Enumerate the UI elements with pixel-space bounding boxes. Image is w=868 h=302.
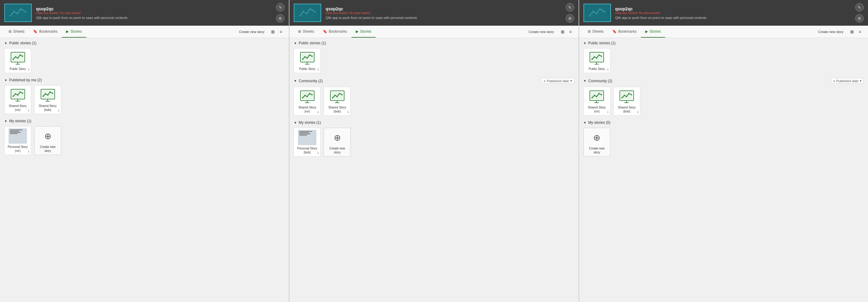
- tab-stories[interactable]: ▶Stories: [351, 26, 376, 38]
- svg-rect-52: [301, 53, 313, 61]
- svg-point-75: [341, 94, 343, 95]
- story-card[interactable]: Shared Story (rvr) ℹ: [4, 85, 31, 114]
- view-toggle: ⊞ ≡: [848, 28, 864, 35]
- svg-point-93: [594, 56, 595, 57]
- section-chevron[interactable]: ▼: [584, 79, 587, 83]
- settings-button[interactable]: ⚙: [276, 14, 284, 23]
- settings-button[interactable]: ⚙: [855, 14, 864, 23]
- card-info-icon[interactable]: ℹ: [28, 150, 29, 153]
- app-desc: Qlik app to push from on prem to saas wi…: [36, 16, 276, 20]
- story-card[interactable]: ⊕ Create new story: [324, 128, 350, 156]
- tab-stories[interactable]: ▶Stories: [641, 26, 665, 38]
- story-thumbnail: [588, 89, 606, 104]
- section-chevron[interactable]: ▼: [294, 79, 297, 83]
- grid-view-button[interactable]: ⊞: [269, 28, 277, 35]
- cards-grid: Public Story ℹ: [584, 48, 864, 73]
- app-actions: ✎ ⚙: [855, 3, 864, 23]
- card-info-icon[interactable]: ℹ: [28, 68, 29, 71]
- story-card[interactable]: Personal Story (bob) ℹ: [294, 128, 320, 156]
- svg-point-46: [300, 16, 301, 17]
- section-chevron[interactable]: ▼: [584, 41, 587, 45]
- card-info-icon[interactable]: ℹ: [607, 110, 609, 114]
- section-chevron[interactable]: ▼: [4, 79, 7, 82]
- story-card[interactable]: Shared Story (bob) ℹ: [34, 85, 61, 114]
- tab-label-bookmarks: Bookmarks: [618, 29, 637, 34]
- sort-button[interactable]: ≡ Published date ▾: [831, 78, 864, 84]
- list-view-button[interactable]: ≡: [277, 28, 284, 35]
- svg-point-74: [339, 93, 340, 94]
- settings-button[interactable]: ⚙: [566, 14, 574, 23]
- svg-point-72: [334, 95, 336, 96]
- card-label: Public Story: [586, 67, 608, 71]
- app-header: qsop2qc Data last loaded: No data loaded…: [579, 0, 868, 26]
- svg-rect-61: [301, 92, 313, 100]
- svg-point-9: [17, 13, 18, 14]
- list-view-button[interactable]: ≡: [857, 28, 864, 35]
- card-label: Personal Story (rvr): [6, 145, 29, 153]
- card-label: Personal Story (bob): [296, 146, 318, 154]
- story-card[interactable]: Shared Story (bob) ℹ: [324, 87, 350, 116]
- card-info-icon[interactable]: ℹ: [58, 109, 59, 112]
- card-info-icon[interactable]: ℹ: [607, 68, 609, 71]
- svg-point-113: [628, 93, 630, 94]
- app-actions: ✎ ⚙: [566, 3, 574, 23]
- story-card[interactable]: Public Story ℹ: [584, 48, 610, 73]
- svg-point-33: [45, 93, 46, 94]
- edit-button[interactable]: ✎: [276, 3, 284, 11]
- card-info-icon[interactable]: ℹ: [347, 110, 349, 114]
- card-info-icon[interactable]: ℹ: [317, 151, 319, 155]
- tab-bookmarks[interactable]: 🔖Bookmarks: [318, 26, 351, 38]
- svg-rect-100: [591, 92, 603, 100]
- svg-rect-22: [12, 90, 24, 98]
- section-title: My stories (1): [9, 119, 31, 123]
- section-chevron[interactable]: ▼: [584, 121, 587, 124]
- card-info-icon[interactable]: ℹ: [317, 68, 319, 71]
- cards-grid: Public Story ℹ: [294, 48, 574, 73]
- svg-rect-91: [591, 53, 603, 61]
- section-chevron[interactable]: ▼: [294, 121, 297, 124]
- svg-rect-70: [331, 92, 343, 100]
- tab-icon-sheets: ⊞: [588, 29, 591, 34]
- tab-sheets[interactable]: ⊞Sheets: [4, 26, 29, 38]
- section-header: ▼ Public stories (1): [4, 41, 284, 45]
- app-subtitle: Data last loaded: No data loaded: [36, 11, 276, 15]
- card-info-icon[interactable]: ℹ: [637, 110, 639, 114]
- story-card[interactable]: Shared Story (bob) ℹ: [613, 87, 640, 116]
- tab-label-stories: Stories: [70, 29, 82, 34]
- tab-label-stories: Stories: [360, 29, 371, 34]
- svg-point-88: [599, 8, 600, 9]
- card-info-icon[interactable]: ℹ: [28, 109, 29, 112]
- tab-bookmarks[interactable]: 🔖Bookmarks: [29, 26, 62, 38]
- edit-button[interactable]: ✎: [855, 3, 864, 11]
- list-view-button[interactable]: ≡: [567, 28, 574, 35]
- tab-bookmarks[interactable]: 🔖Bookmarks: [608, 26, 641, 38]
- story-card[interactable]: Shared Story (rvr) ℹ: [294, 87, 320, 116]
- create-story-header-button[interactable]: Create new story: [237, 29, 267, 35]
- story-card[interactable]: Personal Story (rvr) ℹ: [4, 126, 31, 155]
- sort-button[interactable]: ≡ Published date ▾: [541, 78, 574, 84]
- story-card[interactable]: Public Story ℹ: [4, 48, 31, 73]
- svg-point-10: [21, 8, 21, 9]
- svg-point-14: [12, 59, 14, 60]
- story-card[interactable]: ⊕ Create new story: [584, 128, 610, 156]
- svg-point-24: [15, 93, 16, 94]
- tab-sheets[interactable]: ⊞Sheets: [584, 26, 608, 38]
- section-chevron[interactable]: ▼: [4, 41, 7, 45]
- tab-stories[interactable]: ▶Stories: [62, 26, 86, 38]
- tab-sheets[interactable]: ⊞Sheets: [294, 26, 318, 38]
- story-card[interactable]: ⊕ Create new story: [34, 126, 61, 155]
- edit-button[interactable]: ✎: [566, 3, 574, 11]
- card-info-icon[interactable]: ℹ: [317, 110, 319, 114]
- cards-grid: Personal Story (bob) ℹ ⊕ Create new stor…: [294, 128, 574, 156]
- section-title: My stories (0): [588, 120, 611, 125]
- story-card[interactable]: Public Story ℹ: [294, 48, 320, 73]
- section-header: ▼ Community (2) ≡ Published date ▾: [294, 78, 574, 84]
- create-story-header-button[interactable]: Create new story: [526, 29, 557, 35]
- story-card[interactable]: Shared Story (rvr) ℹ: [584, 87, 610, 116]
- section-chevron[interactable]: ▼: [294, 41, 297, 45]
- grid-view-button[interactable]: ⊞: [559, 28, 566, 35]
- grid-view-button[interactable]: ⊞: [848, 28, 856, 35]
- create-story-header-button[interactable]: Create new story: [816, 29, 846, 35]
- section-chevron[interactable]: ▼: [4, 120, 7, 123]
- section-community: ▼ Community (2) ≡ Published date ▾ Share…: [294, 78, 574, 116]
